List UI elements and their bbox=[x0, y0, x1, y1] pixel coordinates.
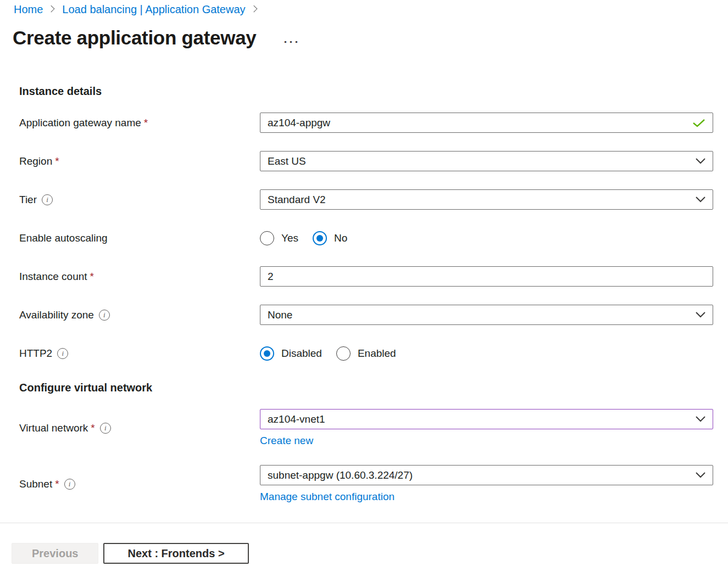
http2-disabled-label: Disabled bbox=[281, 347, 322, 360]
chevron-down-icon bbox=[696, 472, 705, 478]
subnet-label: Subnet * bbox=[19, 465, 260, 503]
create-new-link[interactable]: Create new bbox=[260, 435, 313, 447]
availability-zone-value: None bbox=[268, 309, 292, 321]
chevron-right-icon bbox=[48, 5, 55, 13]
chevron-down-icon bbox=[696, 312, 705, 318]
more-options-icon[interactable]: ··· bbox=[284, 39, 300, 44]
enable-autoscaling-label: Enable autoscaling bbox=[19, 228, 260, 248]
next-frontends-button[interactable]: Next : Frontends > bbox=[103, 543, 248, 564]
required-asterisk: * bbox=[144, 117, 148, 129]
chevron-down-icon bbox=[696, 416, 705, 422]
http2-radio-group: Disabled Enabled bbox=[260, 343, 713, 363]
instance-count-label: Instance count * bbox=[19, 266, 260, 287]
valid-check-icon bbox=[692, 119, 705, 127]
availability-zone-dropdown[interactable]: None bbox=[260, 305, 713, 325]
required-asterisk: * bbox=[55, 478, 59, 490]
page-title: Create application gateway bbox=[13, 27, 256, 49]
info-icon[interactable] bbox=[42, 194, 53, 205]
wizard-footer: Previous Next : Frontends > bbox=[12, 543, 728, 564]
region-value: East US bbox=[268, 155, 306, 167]
virtual-network-label: Virtual network * bbox=[19, 409, 260, 447]
field-row-subnet: Subnet * subnet-appgw (10.60.3.224/27) M… bbox=[19, 465, 713, 503]
page-header: Create application gateway ··· bbox=[13, 27, 728, 49]
autoscaling-no-label: No bbox=[334, 232, 347, 244]
manage-subnet-configuration-link[interactable]: Manage subnet configuration bbox=[260, 491, 394, 503]
info-icon[interactable] bbox=[99, 310, 110, 321]
virtual-network-dropdown[interactable]: az104-vnet1 bbox=[260, 409, 713, 429]
chevron-right-icon bbox=[250, 5, 257, 13]
field-row-tier: Tier Standard V2 bbox=[19, 189, 713, 210]
instance-count-value: 2 bbox=[268, 271, 274, 283]
field-row-enable-autoscaling: Enable autoscaling Yes No bbox=[19, 228, 713, 248]
tier-value: Standard V2 bbox=[268, 194, 326, 206]
required-asterisk: * bbox=[55, 155, 59, 167]
field-row-virtual-network: Virtual network * az104-vnet1 Create new bbox=[19, 409, 713, 447]
section-heading-instance-details: Instance details bbox=[19, 85, 713, 98]
subnet-dropdown[interactable]: subnet-appgw (10.60.3.224/27) bbox=[260, 465, 713, 485]
info-icon[interactable] bbox=[100, 423, 111, 434]
chevron-down-icon bbox=[696, 197, 705, 203]
enable-autoscaling-radio-group: Yes No bbox=[260, 228, 713, 248]
tier-dropdown[interactable]: Standard V2 bbox=[260, 189, 713, 210]
tier-label: Tier bbox=[19, 189, 260, 210]
chevron-down-icon bbox=[696, 158, 705, 164]
previous-button[interactable]: Previous bbox=[12, 543, 98, 564]
field-row-availability-zone: Availability zone None bbox=[19, 305, 713, 325]
footer-divider bbox=[0, 523, 728, 523]
field-row-http2: HTTP2 Disabled Enabled bbox=[19, 343, 713, 363]
field-row-region: Region * East US bbox=[19, 151, 713, 171]
required-asterisk: * bbox=[90, 271, 94, 283]
required-asterisk: * bbox=[91, 422, 95, 434]
autoscaling-yes-radio[interactable] bbox=[260, 231, 274, 245]
region-dropdown[interactable]: East US bbox=[260, 151, 713, 171]
autoscaling-no-radio[interactable] bbox=[313, 231, 327, 245]
http2-enabled-radio[interactable] bbox=[336, 346, 351, 361]
region-label: Region * bbox=[19, 151, 260, 171]
autoscaling-yes-label: Yes bbox=[281, 232, 298, 244]
section-heading-configure-virtual-network: Configure virtual network bbox=[19, 382, 713, 394]
app-gateway-name-label: Application gateway name * bbox=[19, 113, 260, 133]
http2-label: HTTP2 bbox=[19, 343, 260, 363]
subnet-value: subnet-appgw (10.60.3.224/27) bbox=[268, 469, 413, 481]
info-icon[interactable] bbox=[64, 479, 75, 490]
instance-count-input[interactable]: 2 bbox=[260, 266, 713, 287]
app-gateway-name-value: az104-appgw bbox=[268, 117, 330, 129]
create-appgw-form: Instance details Application gateway nam… bbox=[19, 85, 713, 503]
app-gateway-name-input[interactable]: az104-appgw bbox=[260, 113, 713, 133]
http2-enabled-label: Enabled bbox=[358, 347, 396, 360]
breadcrumb: Home Load balancing | Application Gatewa… bbox=[0, 0, 728, 16]
virtual-network-value: az104-vnet1 bbox=[268, 413, 325, 425]
field-row-instance-count: Instance count * 2 bbox=[19, 266, 713, 287]
field-row-app-gateway-name: Application gateway name * az104-appgw bbox=[19, 113, 713, 133]
availability-zone-label: Availability zone bbox=[19, 305, 260, 325]
breadcrumb-item-home[interactable]: Home bbox=[14, 3, 43, 16]
breadcrumb-item-load-balancing[interactable]: Load balancing | Application Gateway bbox=[62, 3, 245, 16]
info-icon[interactable] bbox=[57, 348, 68, 359]
http2-disabled-radio[interactable] bbox=[260, 346, 274, 361]
